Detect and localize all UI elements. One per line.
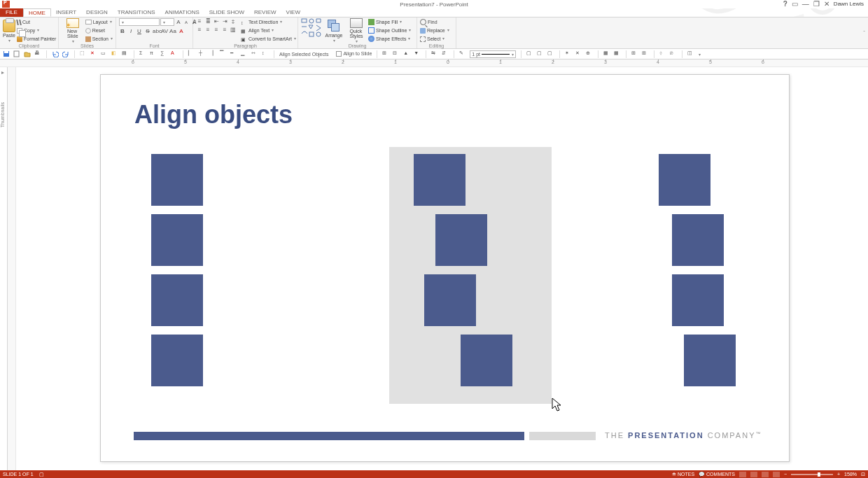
insert-row-icon[interactable]: ⊞: [631, 50, 638, 57]
normal-view-button[interactable]: [739, 472, 746, 477]
bullets-button[interactable]: ≡: [196, 18, 203, 25]
zoom-level[interactable]: 158%: [844, 472, 857, 477]
align-center-button[interactable]: ≡: [204, 27, 211, 34]
qat-misc-1[interactable]: ⎀: [659, 50, 666, 57]
qat-icon-8[interactable]: ∑: [160, 50, 167, 57]
qat-icon-1[interactable]: ⬚: [80, 50, 87, 57]
italic-button[interactable]: I: [127, 28, 134, 35]
qat-shape-1[interactable]: ▢: [526, 50, 533, 57]
increase-font-button[interactable]: A: [175, 19, 182, 26]
copy-button[interactable]: Copy▾: [17, 27, 56, 34]
table-insert-icon[interactable]: ▦: [603, 50, 610, 57]
new-slide-button[interactable]: New Slide▾: [62, 18, 84, 43]
comments-button[interactable]: 💬 COMMENTS: [699, 472, 735, 477]
columns-button[interactable]: ▥: [230, 27, 237, 34]
align-middle-icon[interactable]: ━: [230, 50, 237, 57]
align-right-button[interactable]: ≡: [213, 27, 220, 34]
strikethrough-button[interactable]: S: [144, 28, 151, 35]
open-icon[interactable]: [24, 50, 31, 57]
close-button[interactable]: ✕: [824, 0, 830, 8]
qat-shape-4[interactable]: ✶: [565, 50, 572, 57]
qat-icon-9[interactable]: A: [171, 50, 178, 57]
layout-button[interactable]: Layout▾: [85, 18, 113, 26]
convert-smartart-button[interactable]: ▣Convert to SmartArt▾: [241, 35, 296, 43]
shape-rect[interactable]: [659, 154, 710, 206]
shadow-button[interactable]: abc: [153, 28, 160, 35]
tab-file[interactable]: FILE: [0, 8, 23, 17]
align-left-button[interactable]: ≡: [196, 27, 203, 34]
replace-button[interactable]: Replace▾: [420, 27, 449, 34]
decrease-font-button[interactable]: A: [183, 19, 190, 26]
justify-button[interactable]: ≡: [221, 27, 228, 34]
section-button[interactable]: Section▾: [85, 35, 113, 43]
zoom-slider[interactable]: [791, 474, 833, 475]
help-icon[interactable]: ?: [783, 0, 788, 8]
shape-rect[interactable]: [461, 335, 512, 386]
align-bottom-icon[interactable]: ▁: [241, 50, 248, 57]
font-size-combo[interactable]: ▾: [160, 18, 174, 26]
vertical-ruler[interactable]: [8, 67, 16, 470]
slide-counter[interactable]: SLIDE 1 OF 1: [3, 472, 34, 477]
collapse-ribbon-button[interactable]: ˆ: [863, 29, 865, 36]
shape-rect[interactable]: [151, 274, 203, 326]
align-text-button[interactable]: ▦Align Text▾: [241, 27, 296, 34]
qat-icon-6[interactable]: Σ: [139, 50, 146, 57]
shape-rect[interactable]: [672, 214, 724, 266]
reading-view-button[interactable]: [762, 472, 769, 477]
tab-design[interactable]: DESIGN: [81, 8, 113, 17]
shape-rect[interactable]: [414, 154, 465, 206]
tab-animations[interactable]: ANIMATIONS: [160, 8, 204, 17]
redo-icon[interactable]: [62, 50, 69, 57]
slide[interactable]: Align objects THE PRE: [100, 74, 790, 462]
numbering-button[interactable]: ≣: [204, 18, 211, 25]
qat-icon-3[interactable]: ▭: [101, 50, 108, 57]
qat-icon-2[interactable]: ✕: [90, 50, 97, 57]
shape-rect[interactable]: [151, 154, 203, 206]
ribbon-display-options-icon[interactable]: ▭: [792, 0, 798, 8]
distribute-h-icon[interactable]: ⇿: [251, 50, 258, 57]
bold-button[interactable]: B: [119, 28, 126, 35]
tab-transitions[interactable]: TRANSITIONS: [113, 8, 160, 17]
restore-button[interactable]: ❐: [813, 0, 820, 8]
tab-review[interactable]: REVIEW: [249, 8, 281, 17]
shape-rect[interactable]: [435, 214, 487, 266]
change-case-button[interactable]: Aa: [169, 28, 176, 35]
select-button[interactable]: Select▾: [420, 35, 449, 43]
shape-outline-button[interactable]: Shape Outline▾: [368, 27, 411, 34]
reset-button[interactable]: Reset: [85, 27, 113, 34]
tab-insert[interactable]: INSERT: [51, 8, 81, 17]
thumbnails-expand-icon[interactable]: ▸: [1, 69, 4, 76]
flip-v-icon[interactable]: ⇵: [442, 50, 449, 57]
new-file-icon[interactable]: [13, 50, 20, 57]
font-color-button[interactable]: A: [178, 28, 185, 35]
align-to-slide-checkbox[interactable]: Align to Slide: [336, 51, 372, 57]
tab-slideshow[interactable]: SLIDE SHOW: [204, 8, 249, 17]
align-right-icon[interactable]: ▕: [209, 50, 216, 57]
flip-h-icon[interactable]: ⇋: [431, 50, 438, 57]
horizontal-ruler[interactable]: 6 5 4 3 2 1 0 1 2 3 4 5 6: [0, 59, 868, 67]
align-left-icon[interactable]: ▏: [188, 50, 195, 57]
zoom-in-button[interactable]: +: [837, 472, 840, 477]
slide-canvas-area[interactable]: Align objects THE PRE: [16, 67, 868, 470]
shape-rect[interactable]: [151, 214, 203, 266]
line-spacing-button[interactable]: ‡: [230, 18, 237, 25]
text-direction-button[interactable]: ↕Text Direction▾: [241, 18, 296, 26]
shape-rect[interactable]: [151, 335, 203, 386]
shape-fill-button[interactable]: Shape Fill▾: [368, 18, 411, 26]
bring-forward-icon[interactable]: ▲: [403, 50, 410, 57]
undo-icon[interactable]: [52, 50, 59, 57]
align-center-h-icon[interactable]: ┼: [199, 50, 206, 57]
distribute-v-icon[interactable]: ↕: [262, 50, 269, 57]
table-delete-icon[interactable]: ▦: [614, 50, 621, 57]
qat-shape-6[interactable]: ⊕: [586, 50, 593, 57]
thumbnails-pane[interactable]: ▸ Thumbnails: [0, 67, 8, 470]
tab-view[interactable]: VIEW: [281, 8, 305, 17]
fit-to-window-button[interactable]: ⊡: [861, 472, 865, 477]
font-name-combo[interactable]: ▾: [119, 18, 160, 26]
cut-button[interactable]: Cut: [17, 18, 56, 26]
user-name[interactable]: Dawn Lewis: [834, 1, 864, 7]
qat-shape-2[interactable]: ▢: [537, 50, 544, 57]
shape-rect[interactable]: [672, 274, 724, 326]
group-icon[interactable]: ⊞: [382, 50, 389, 57]
arrange-button[interactable]: Arrange▾: [323, 18, 344, 43]
